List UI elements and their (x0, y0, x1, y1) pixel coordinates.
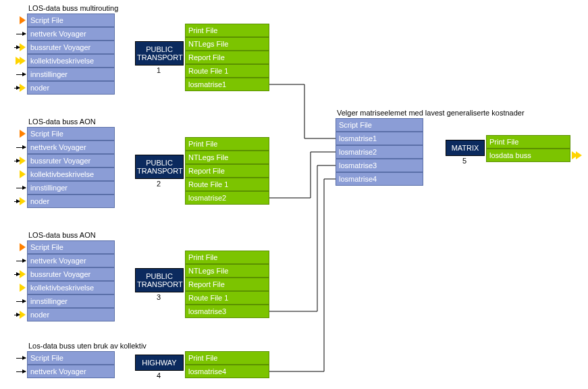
node-highway[interactable]: HIGHWAY (135, 355, 184, 371)
mx-input-los3: losmatrise3 (336, 159, 423, 172)
pin-icon (20, 170, 26, 178)
arrow-icon (16, 188, 26, 188)
pin-icon (20, 130, 26, 138)
mx-output-print: Print File (486, 135, 570, 149)
output-route-3: Route File 1 (185, 291, 269, 305)
input-kollektiv-1: kollektivbeskrivelse (12, 54, 115, 68)
pin-icon (20, 243, 26, 251)
arrow-icon (14, 201, 20, 202)
input-kollektiv-3: kollektivbeskrivelse (12, 281, 115, 294)
pin-icon (20, 311, 26, 319)
input-innstillinger-1: innstillinger (12, 68, 115, 81)
node-number-3: 3 (157, 293, 161, 301)
input-noder-1: noder (12, 81, 115, 95)
mx-output-losdata: losdata buss (486, 149, 585, 162)
arrow-icon (16, 261, 26, 261)
group-title-5: Velger matriseelemet med lavest generali… (337, 109, 525, 117)
mx-input-script: Script File (336, 118, 423, 132)
input-bussruter-1: bussruter Voyager (12, 41, 115, 54)
output-route-1: Route File 1 (185, 64, 269, 78)
arrow-icon (14, 47, 20, 48)
arrow-icon (16, 301, 26, 302)
input-nettverk-3: nettverk Voyager (12, 254, 115, 267)
input-noder-2: noder (12, 194, 115, 208)
pin-icon (20, 84, 26, 92)
input-innstillinger-2: innstillinger (12, 181, 115, 194)
arrow-icon (16, 74, 26, 75)
input-nettverk-1: nettverk Voyager (12, 27, 115, 41)
input-nettverk-4: nettverk Voyager (12, 365, 115, 378)
node-public-transport-3[interactable]: PUBLIC TRANSPORT (135, 268, 184, 292)
input-script-file-1: Script File (12, 14, 115, 27)
mx-input-los2: losmatrise2 (336, 145, 423, 159)
node-number-1: 1 (157, 66, 161, 74)
output-ntlegs-2: NTLegs File (185, 151, 269, 164)
arrow-icon (16, 34, 26, 34)
output-print-file-3: Print File (185, 251, 269, 264)
node-number-2: 2 (157, 180, 161, 188)
pin-icon (20, 197, 26, 205)
output-report-2: Report File (185, 164, 269, 178)
group-title-1: LOS-data buss multirouting (28, 4, 118, 12)
arrow-icon (14, 274, 20, 275)
output-ntlegs-3: NTLegs File (185, 264, 269, 278)
group-title-3: LOS-data buss AON (28, 231, 96, 239)
node-matrix[interactable]: MATRIX (446, 140, 485, 156)
mx-input-los1: losmatrise1 (336, 132, 423, 145)
arrow-icon (16, 147, 26, 148)
arrow-icon (16, 358, 26, 359)
pin-icon (576, 151, 582, 159)
arrow-icon (14, 315, 20, 315)
group-title-2: LOS-data buss AON (28, 118, 96, 126)
output-losmatrise1: losmatrise1 (185, 78, 269, 91)
input-noder-3: noder (12, 308, 115, 321)
output-losmatrise3: losmatrise3 (185, 305, 269, 318)
output-print-file-1: Print File (185, 24, 269, 37)
output-losmatrise4: losmatrise4 (185, 365, 269, 378)
arrow-icon (16, 371, 26, 372)
input-script-file-3: Script File (12, 240, 115, 254)
group-title-4: Los-data buss uten bruk av kollektiv (28, 342, 146, 350)
node-number-5: 5 (462, 157, 466, 165)
output-route-2: Route File 1 (185, 178, 269, 191)
input-script-file-2: Script File (12, 127, 115, 140)
node-public-transport-1[interactable]: PUBLIC TRANSPORT (135, 41, 184, 66)
output-print-file-2: Print File (185, 137, 269, 151)
pin-icon (20, 284, 26, 292)
node-public-transport-2[interactable]: PUBLIC TRANSPORT (135, 155, 184, 179)
mx-input-los4: losmatrise4 (336, 172, 423, 186)
pin-icon (20, 57, 26, 65)
pin-icon (20, 157, 26, 165)
pin-icon (20, 43, 26, 51)
pin-icon (20, 270, 26, 278)
input-kollektiv-2: kollektivbeskrivelse (12, 167, 115, 181)
input-nettverk-2: nettverk Voyager (12, 140, 115, 154)
output-print-file-4: Print File (185, 351, 269, 365)
input-bussruter-3: bussruter Voyager (12, 267, 115, 281)
pin-icon (20, 16, 26, 24)
node-number-4: 4 (157, 371, 161, 380)
arrow-icon (14, 88, 20, 88)
input-innstillinger-3: innstillinger (12, 294, 115, 308)
input-script-file-4: Script File (12, 351, 115, 365)
input-bussruter-2: bussruter Voyager (12, 154, 115, 167)
output-ntlegs-1: NTLegs File (185, 37, 269, 51)
output-report-3: Report File (185, 278, 269, 291)
output-losmatrise2: losmatrise2 (185, 191, 269, 205)
arrow-icon (14, 161, 20, 161)
output-report-1: Report File (185, 51, 269, 64)
